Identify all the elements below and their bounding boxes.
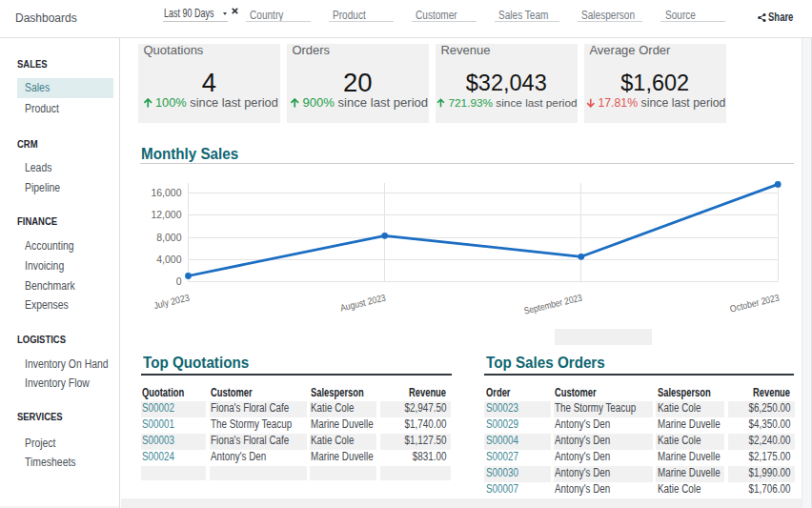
svg-text:July 2023: July 2023 bbox=[152, 292, 191, 311]
svg-text:October 2023: October 2023 bbox=[729, 292, 781, 314]
svg-text:8,000: 8,000 bbox=[156, 232, 181, 243]
svg-text:August 2023: August 2023 bbox=[339, 292, 387, 313]
svg-text:16,000: 16,000 bbox=[151, 187, 181, 198]
svg-text:12,000: 12,000 bbox=[151, 209, 181, 220]
svg-text:September 2023: September 2023 bbox=[523, 292, 583, 315]
svg-text:0: 0 bbox=[176, 275, 182, 287]
svg-text:4,000: 4,000 bbox=[156, 254, 181, 265]
